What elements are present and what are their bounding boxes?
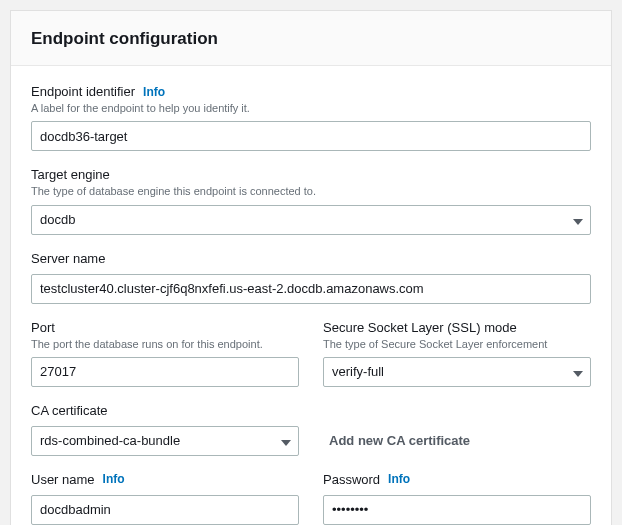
ca-certificate-field [31,426,299,456]
target-engine-desc: The type of database engine this endpoin… [31,184,591,198]
server-name-field: Server name [31,251,591,304]
add-new-ca-certificate-link[interactable]: Add new CA certificate [323,426,591,456]
panel-title: Endpoint configuration [31,29,591,49]
endpoint-identifier-label: Endpoint identifier [31,84,135,99]
ca-certificate-label: CA certificate [31,403,108,418]
port-desc: The port the database runs on for this e… [31,337,299,351]
panel-body: Endpoint identifier Info A label for the… [11,66,611,525]
ca-certificate-select-wrap [31,426,299,456]
password-info-link[interactable]: Info [388,472,410,486]
ssl-mode-label-row: Secure Socket Layer (SSL) mode [323,320,591,335]
ssl-mode-field: Secure Socket Layer (SSL) mode The type … [323,320,591,387]
port-ssl-row: Port The port the database runs on for t… [31,320,591,387]
target-engine-label: Target engine [31,167,110,182]
password-label: Password [323,472,380,487]
endpoint-identifier-input[interactable] [31,121,591,151]
endpoint-identifier-label-row: Endpoint identifier Info [31,84,591,99]
ca-certificate-select[interactable] [31,426,299,456]
panel-header: Endpoint configuration [11,11,611,66]
add-cert-col: Add new CA certificate [323,426,591,456]
ca-certificate-label-row: CA certificate [31,403,591,418]
port-input[interactable] [31,357,299,387]
ca-certificate-row: Add new CA certificate [31,426,591,456]
endpoint-config-panel: Endpoint configuration Endpoint identifi… [10,10,612,525]
user-pass-row: User name Info Password Info [31,472,591,525]
password-input[interactable] [323,495,591,525]
target-engine-field: Target engine The type of database engin… [31,167,591,234]
endpoint-identifier-info-link[interactable]: Info [143,85,165,99]
server-name-input[interactable] [31,274,591,304]
endpoint-identifier-desc: A label for the endpoint to help you ide… [31,101,591,115]
endpoint-identifier-field: Endpoint identifier Info A label for the… [31,84,591,151]
password-field: Password Info [323,472,591,525]
user-name-info-link[interactable]: Info [103,472,125,486]
user-name-label: User name [31,472,95,487]
target-engine-select[interactable] [31,205,591,235]
password-label-row: Password Info [323,472,591,487]
port-label: Port [31,320,55,335]
ca-certificate-section: CA certificate Add new CA certificate [31,403,591,456]
port-field: Port The port the database runs on for t… [31,320,299,387]
port-label-row: Port [31,320,299,335]
target-engine-select-wrap [31,205,591,235]
user-name-label-row: User name Info [31,472,299,487]
target-engine-label-row: Target engine [31,167,591,182]
ssl-mode-desc: The type of Secure Socket Layer enforcem… [323,337,591,351]
user-name-input[interactable] [31,495,299,525]
user-name-field: User name Info [31,472,299,525]
server-name-label-row: Server name [31,251,591,266]
ssl-mode-label: Secure Socket Layer (SSL) mode [323,320,517,335]
ssl-mode-select[interactable] [323,357,591,387]
ssl-mode-select-wrap [323,357,591,387]
server-name-label: Server name [31,251,105,266]
